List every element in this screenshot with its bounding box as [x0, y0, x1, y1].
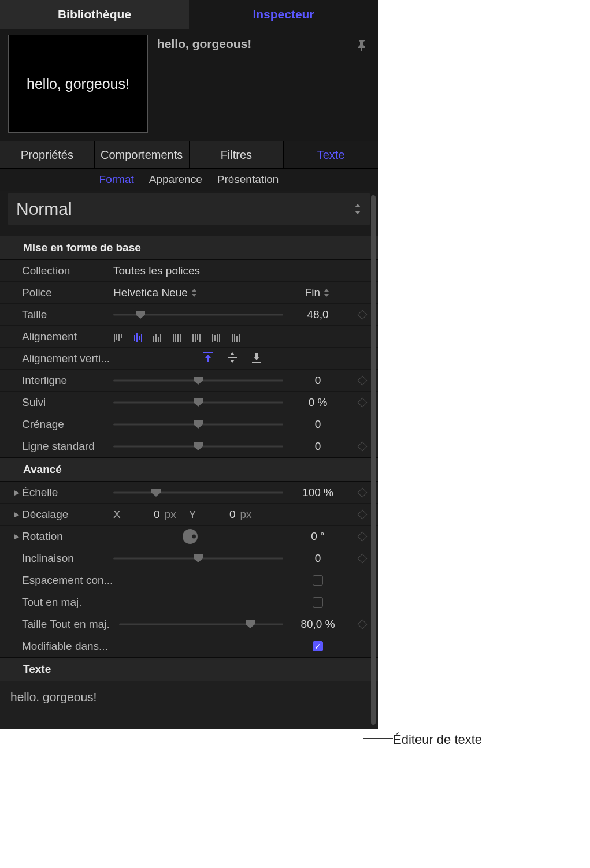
preview-area: hello, gorgeous! hello, gorgeous! [0, 29, 378, 141]
leading-value[interactable]: 0 [283, 374, 352, 387]
rotation-dial[interactable] [183, 529, 198, 544]
preset-selector[interactable]: Normal [8, 193, 370, 225]
keyframe-icon[interactable] [358, 375, 368, 385]
subtab-format[interactable]: Format [99, 173, 134, 186]
svg-rect-8 [153, 336, 154, 342]
valign-bottom-icon[interactable] [251, 352, 264, 365]
subtab-appearance[interactable]: Apparence [149, 173, 202, 186]
size-label: Taille [22, 308, 113, 321]
preset-label: Normal [16, 199, 72, 219]
text-editor[interactable]: hello. gorgeous! [0, 681, 378, 729]
keyframe-icon[interactable] [358, 487, 368, 497]
keyframe-icon[interactable] [358, 441, 368, 451]
scale-value[interactable]: 100 % [283, 486, 352, 499]
allcaps-size-label: Taille Tout en maj. [22, 618, 119, 631]
kerning-slider[interactable] [113, 419, 283, 430]
stepper-icon[interactable] [354, 203, 362, 215]
keyframe-icon[interactable] [358, 397, 368, 407]
font-label: Police [22, 286, 113, 299]
valign-top-icon[interactable] [202, 352, 215, 365]
svg-rect-21 [214, 335, 216, 341]
valignment-group [113, 352, 352, 365]
tracking-slider[interactable] [113, 397, 283, 408]
rotation-label: Rotation [22, 530, 113, 543]
offset-y-label: Y [189, 508, 196, 521]
size-value[interactable]: 48,0 [283, 308, 352, 321]
disclosure-icon[interactable]: ▶ [12, 532, 22, 541]
size-slider[interactable] [113, 309, 283, 321]
keyframe-icon[interactable] [358, 531, 368, 541]
tab-behaviors[interactable]: Comportements [95, 141, 190, 168]
row-allcaps: Tout en maj. [0, 591, 378, 613]
row-font: Police Helvetica Neue Fin [0, 282, 378, 304]
baseline-value[interactable]: 0 [283, 440, 352, 453]
scale-label: Échelle [22, 486, 113, 499]
svg-rect-6 [139, 336, 140, 340]
slant-value[interactable]: 0 [283, 552, 352, 565]
svg-rect-27 [239, 334, 240, 342]
allcaps-size-slider[interactable] [119, 619, 283, 630]
svg-rect-30 [252, 362, 261, 363]
leading-slider[interactable] [113, 375, 283, 386]
svg-rect-26 [236, 336, 238, 342]
subtab-presentation[interactable]: Présentation [217, 173, 279, 186]
section-basic-header: Mise en forme de base [0, 236, 378, 260]
keyframe-icon[interactable] [358, 509, 368, 519]
offset-x-unit: px [165, 508, 176, 521]
inspector-panel: Bibliothèque Inspecteur hello, gorgeous!… [0, 0, 378, 729]
tab-text[interactable]: Texte [284, 141, 378, 168]
tab-inspector[interactable]: Inspecteur [189, 0, 378, 29]
tracking-label: Suivi [22, 396, 113, 409]
keyframe-icon[interactable] [358, 619, 368, 629]
tab-library[interactable]: Bibliothèque [0, 0, 189, 29]
keyframe-icon[interactable] [358, 310, 368, 319]
row-baseline: Ligne standard 0 [0, 435, 378, 457]
slant-label: Inclinaison [22, 552, 113, 565]
disclosure-icon[interactable]: ▶ [12, 488, 22, 497]
allcaps-size-value[interactable]: 80,0 % [283, 618, 352, 631]
align-left-icon[interactable] [113, 330, 125, 343]
svg-rect-3 [121, 334, 122, 338]
stepper-icon [324, 288, 329, 297]
rotation-value[interactable]: 0 ° [283, 530, 352, 543]
font-weight-dropdown[interactable]: Fin [305, 286, 329, 299]
tab-properties[interactable]: Propriétés [0, 141, 95, 168]
disclosure-icon[interactable]: ▶ [12, 510, 22, 519]
editable-checkbox[interactable] [313, 641, 323, 651]
valign-middle-icon[interactable] [227, 352, 239, 365]
keyframe-icon[interactable] [358, 553, 368, 563]
kerning-value[interactable]: 0 [283, 418, 352, 431]
slant-slider[interactable] [113, 553, 283, 564]
scrollbar[interactable] [371, 195, 377, 725]
scale-slider[interactable] [113, 487, 283, 498]
tracking-value[interactable]: 0 % [283, 396, 352, 409]
align-right-icon[interactable] [153, 330, 164, 343]
panel-tabs: Propriétés Comportements Filtres Texte [0, 141, 378, 169]
align-justify-full-icon[interactable] [172, 330, 184, 343]
tab-filters[interactable]: Filtres [190, 141, 284, 168]
monospace-checkbox[interactable] [313, 575, 323, 586]
align-justify-left-icon[interactable] [192, 330, 203, 343]
offset-label: Décalage [22, 508, 113, 521]
font-family-dropdown[interactable]: Helvetica Neue [113, 286, 197, 299]
align-center-icon[interactable] [133, 330, 144, 343]
row-rotation: ▶ Rotation 0 ° [0, 526, 378, 547]
font-family-value: Helvetica Neue [113, 286, 188, 299]
collection-dropdown[interactable]: Toutes les polices [113, 265, 200, 277]
offset-y-value[interactable]: 0 [201, 508, 235, 521]
pin-icon[interactable] [357, 35, 370, 133]
row-collection: Collection Toutes les polices [0, 260, 378, 282]
stepper-icon [191, 288, 197, 297]
section-text-header: Texte [0, 657, 378, 681]
scrollbar-thumb[interactable] [371, 195, 376, 725]
align-justify-right-icon[interactable] [231, 330, 243, 343]
preview-thumbnail: hello, gorgeous! [8, 35, 148, 133]
svg-rect-29 [228, 357, 237, 358]
baseline-slider[interactable] [113, 441, 283, 452]
svg-rect-28 [203, 352, 213, 353]
align-justify-center-icon[interactable] [211, 330, 223, 343]
offset-x-value[interactable]: 0 [125, 508, 160, 521]
row-leading: Interligne 0 [0, 370, 378, 392]
allcaps-checkbox[interactable] [313, 597, 323, 608]
svg-rect-18 [197, 334, 198, 340]
